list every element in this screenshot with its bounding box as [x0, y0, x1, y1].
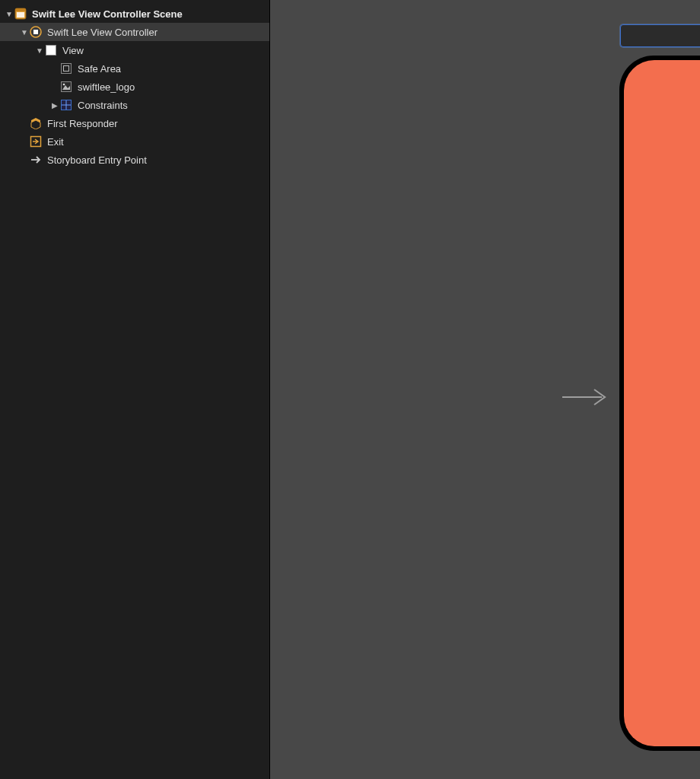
device-screen[interactable]: SwiftLee — [624, 60, 700, 746]
svg-rect-4 — [33, 30, 38, 34]
safe-area-label: Safe Area — [78, 63, 121, 75]
svg-rect-6 — [62, 64, 72, 74]
svg-point-10 — [63, 84, 65, 86]
exit-row[interactable]: Exit — [0, 132, 269, 151]
constraints-icon — [59, 98, 73, 112]
entry-point-row[interactable]: Storyboard Entry Point — [0, 151, 269, 169]
uiview-icon — [44, 43, 58, 57]
constraints-row[interactable]: ▶ Constraints — [0, 96, 269, 114]
disclosure-triangle-icon[interactable]: ▼ — [5, 10, 14, 18]
svg-rect-5 — [46, 46, 56, 56]
view-label: View — [62, 45, 84, 56]
device-frame[interactable]: SwiftLee — [620, 56, 700, 750]
scene-icon — [14, 7, 27, 21]
first-responder-icon — [29, 116, 43, 130]
view-controller-label: Swift Lee View Controller — [47, 27, 158, 38]
exit-label: Exit — [47, 136, 64, 148]
document-outline-panel[interactable]: ▼ Swift Lee View Controller Scene ▼ Swif… — [0, 0, 270, 779]
safe-area-icon — [59, 62, 73, 75]
image-view-row[interactable]: swiftlee_logo — [0, 78, 269, 96]
scene-header-row[interactable]: ▼ Swift Lee View Controller Scene — [0, 5, 269, 23]
scene-dock — [620, 24, 700, 47]
safe-area-row[interactable]: Safe Area — [0, 59, 269, 78]
exit-icon — [29, 135, 43, 148]
scene-header-label: Swift Lee View Controller Scene — [32, 8, 183, 20]
constraints-label: Constraints — [78, 100, 128, 111]
disclosure-triangle-icon[interactable]: ▼ — [35, 46, 44, 55]
entry-point-label: Storyboard Entry Point — [47, 154, 147, 166]
view-row[interactable]: ▼ View — [0, 41, 269, 59]
disclosure-triangle-icon[interactable]: ▼ — [20, 28, 29, 37]
interface-builder-canvas[interactable]: SwiftLee — [270, 0, 700, 779]
view-controller-row[interactable]: ▼ Swift Lee View Controller — [0, 23, 269, 41]
storyboard-entry-point-icon — [29, 153, 43, 167]
uiimageview-icon — [59, 80, 73, 94]
entry-point-arrow-icon[interactable] — [559, 386, 612, 410]
image-view-label: swiftlee_logo — [78, 81, 135, 93]
first-responder-row[interactable]: First Responder — [0, 114, 269, 132]
disclosure-triangle-icon[interactable]: ▶ — [50, 101, 59, 110]
svg-rect-2 — [17, 12, 24, 17]
first-responder-label: First Responder — [47, 118, 117, 129]
svg-rect-1 — [15, 8, 26, 11]
view-controller-icon — [29, 25, 43, 39]
